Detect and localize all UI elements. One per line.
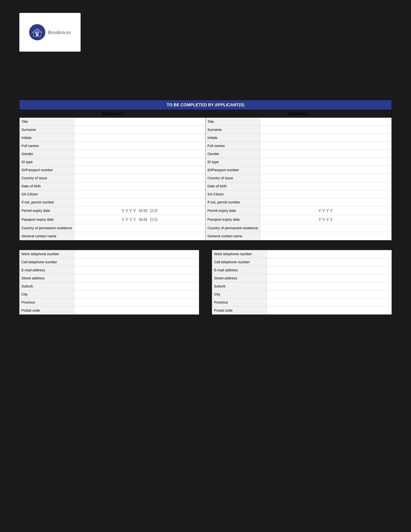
field-value-dob[interactable] [74,182,205,190]
field-value-contact-name-2[interactable] [260,232,392,240]
applicants-body: Title Surname Initials Full names [19,118,392,240]
field-value-passport-expiry[interactable]: YYYY MM DD [74,215,205,224]
field-value-country-perm[interactable] [74,224,205,232]
field-row: If not, permit number [206,198,392,206]
contact-value-postal-2[interactable] [267,306,392,314]
field-label-initials: Initials [19,134,74,142]
contact-value-suburb-2[interactable] [267,282,392,290]
field-value-title[interactable] [74,118,205,126]
field-label-surname: Surname [19,126,74,134]
field-value-permit-expiry[interactable]: YYYY MM DD [74,206,205,215]
field-value-contact-name[interactable] [74,232,205,240]
field-value-permit-expiry-2[interactable]: YYYY [260,206,392,215]
field-row: Full names [19,142,205,150]
contact-field-row: Postal code [212,306,392,314]
field-value-full-names[interactable] [74,142,205,150]
field-value-sa-citizen[interactable] [74,190,205,198]
field-value-id-type-2[interactable] [260,158,392,166]
contact-field-row: City [19,290,199,298]
field-row: SA Citizen [206,190,392,198]
field-label-contact-name-2: General contact name [206,232,260,240]
field-value-passport-expiry-2[interactable]: YYYY [260,215,392,224]
field-value-id-passport-2[interactable] [260,166,392,174]
field-row: Gender [206,150,392,158]
field-value-id-type[interactable] [74,158,205,166]
contact-value-city[interactable] [74,290,199,298]
contact-label-city-2: City [212,290,267,298]
applicant2-col: Title Surname Initials Full names [206,118,392,240]
field-value-surname-2[interactable] [260,126,392,134]
contact-label-suburb-2: Suburb [212,282,267,290]
field-label-country-perm: Country of permanent residence [19,224,74,232]
contact-label-postal: Postal code [19,306,74,314]
contact-value-province-2[interactable] [267,298,392,306]
field-row: If not, permit number [19,198,205,206]
logo-icon: MT [29,24,45,40]
field-value-gender[interactable] [74,150,205,158]
contact-field-row: Street address [19,274,199,282]
field-value-sa-citizen-2[interactable] [260,190,392,198]
field-row: Country of issue [19,174,205,182]
contact-value-work-tel-2[interactable] [267,250,392,258]
field-label-sa-citizen: SA Citizen [19,190,74,198]
field-label-dob: Date of birth [19,182,74,190]
field-label-country-perm-2: Country of permanent residence [206,224,260,232]
field-value-initials-2[interactable] [260,134,392,142]
field-row: Date of birth [19,182,205,190]
contact-value-province[interactable] [74,298,199,306]
field-value-initials[interactable] [74,134,205,142]
applicant1-header: Applicant 1 [19,110,206,117]
field-label-id-type-2: ID type [206,158,260,166]
contact-value-postal[interactable] [74,306,199,314]
field-row: Initials [19,134,205,142]
contact-field-row: Cell telephone number [212,258,392,266]
contact-label-postal-2: Postal code [212,306,267,314]
field-row: Country of permanent residence [206,224,392,232]
contact-value-email-2[interactable] [267,266,392,274]
contact-value-cell-tel-2[interactable] [267,258,392,266]
field-value-dob-2[interactable] [260,182,392,190]
field-value-permit-number-2[interactable] [260,198,392,206]
contact-value-suburb[interactable] [74,282,199,290]
field-label-gender-2: Gender [206,150,260,158]
contact-col-2: Work telephone number Cell telephone num… [212,250,392,314]
field-row: Country of permanent residence [19,224,205,232]
logo-box: MT Residences [19,13,81,52]
field-label-gender: Gender [19,150,74,158]
contact-label-province: Province [19,298,74,306]
field-value-gender-2[interactable] [260,150,392,158]
contact-value-email[interactable] [74,266,199,274]
field-row: Country of issue [206,174,392,182]
field-value-id-passport[interactable] [74,166,205,174]
contact-label-street: Street address [19,274,74,282]
contact-label-work-tel: Work telephone number [19,250,74,258]
applicant2-header: Applicant 2 [206,110,392,117]
field-row: SA Citizen [19,190,205,198]
field-value-title-2[interactable] [260,118,392,126]
svg-text:MT: MT [35,31,39,35]
field-value-permit-number[interactable] [74,198,205,206]
field-label-country-issue: Country of issue [19,174,74,182]
field-row: Permit expiry date YYYY [206,206,392,215]
field-label-surname-2: Surname [206,126,260,134]
contact-value-street[interactable] [74,274,199,282]
contact-value-work-tel[interactable] [74,250,199,258]
field-value-surname[interactable] [74,126,205,134]
field-value-country-issue[interactable] [74,174,205,182]
field-row: General contact name [19,232,205,240]
field-label-permit-number-2: If not, permit number [206,198,260,206]
field-value-country-perm-2[interactable] [260,224,392,232]
field-row: Date of birth [206,182,392,190]
contact-field-row: E-mail address [212,266,392,274]
field-label-full-names: Full names [19,142,74,150]
field-row: Passport expiry date YYYY MM DD [19,215,205,224]
contact-value-street-2[interactable] [267,274,392,282]
contact-label-street-2: Street address [212,274,267,282]
field-label-passport-expiry-2: Passport expiry date [206,215,260,224]
contact-value-cell-tel[interactable] [74,258,199,266]
contact-section: Work telephone number Cell telephone num… [19,250,392,314]
field-value-country-issue-2[interactable] [260,174,392,182]
field-value-full-names-2[interactable] [260,142,392,150]
contact-value-city-2[interactable] [267,290,392,298]
field-row: Surname [206,126,392,134]
